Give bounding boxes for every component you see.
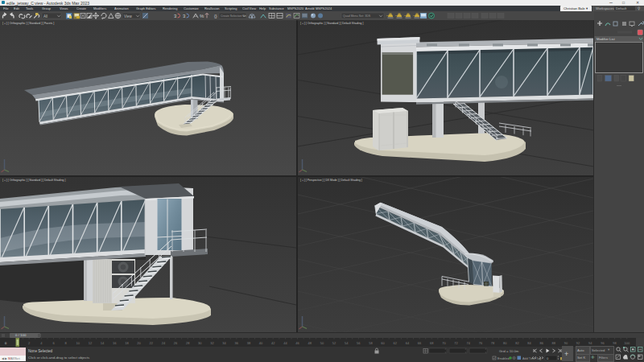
svg-text:92: 92 [576, 341, 580, 345]
svg-text:80: 80 [503, 341, 507, 345]
svg-text:View: View [124, 14, 132, 19]
svg-text:38: 38 [247, 341, 251, 345]
svg-text:14: 14 [101, 341, 105, 345]
svg-text:26: 26 [174, 341, 178, 345]
svg-text:42: 42 [271, 341, 275, 345]
svg-text:78: 78 [491, 341, 495, 345]
svg-text:2: 2 [28, 341, 31, 345]
svg-text:Grid = 10.0m: Grid = 10.0m [499, 349, 519, 353]
svg-text:62: 62 [394, 341, 398, 345]
svg-text:64: 64 [406, 341, 410, 345]
svg-text:44: 44 [283, 341, 287, 345]
svg-text:24: 24 [162, 341, 166, 345]
svg-text:60: 60 [381, 341, 385, 345]
svg-text:88: 88 [552, 341, 556, 345]
svg-text:18: 18 [125, 341, 129, 345]
svg-text:0: 0 [5, 341, 7, 345]
svg-text:28: 28 [186, 341, 190, 345]
svg-text:56: 56 [357, 341, 361, 345]
svg-text:72: 72 [454, 341, 458, 345]
svg-text:{}: {} [214, 14, 217, 19]
svg-text:Create Selection Se: Create Selection Se [221, 14, 246, 18]
svg-text:16: 16 [113, 341, 117, 345]
svg-text:96: 96 [601, 341, 605, 345]
svg-text:52: 52 [332, 341, 336, 345]
svg-text:10: 10 [76, 341, 80, 345]
svg-text:%: % [200, 14, 204, 19]
svg-text:100: 100 [624, 341, 630, 345]
svg-text:58: 58 [369, 341, 373, 345]
svg-text:Modifier List: Modifier List [597, 37, 615, 41]
svg-text:70: 70 [442, 341, 446, 345]
svg-text:12: 12 [89, 341, 93, 345]
svg-text:8: 8 [64, 341, 67, 345]
svg-text:86: 86 [539, 341, 543, 345]
svg-text:20: 20 [137, 341, 141, 345]
svg-text:68: 68 [430, 341, 434, 345]
svg-text:3: 3 [183, 14, 186, 19]
svg-text:Enabled: Enabled [497, 356, 510, 360]
svg-text:6: 6 [52, 341, 55, 345]
svg-text:94: 94 [588, 341, 592, 345]
svg-text:82: 82 [515, 341, 519, 345]
svg-text:66: 66 [418, 341, 422, 345]
svg-text:76: 76 [479, 341, 483, 345]
svg-text:46: 46 [295, 341, 299, 345]
svg-text:54: 54 [345, 341, 349, 345]
svg-text:3: 3 [174, 14, 177, 19]
svg-text:All: All [43, 14, 47, 19]
svg-text:Quad Menu Set: 3DS: Quad Menu Set: 3DS [343, 14, 371, 18]
svg-text:98: 98 [613, 341, 617, 345]
svg-text:4: 4 [40, 341, 43, 345]
svg-text:84: 84 [527, 341, 531, 345]
svg-text:30: 30 [198, 341, 202, 345]
svg-text:50: 50 [320, 341, 324, 345]
svg-text:40: 40 [259, 341, 263, 345]
svg-text:74: 74 [466, 341, 470, 345]
svg-text:90: 90 [564, 341, 568, 345]
svg-text:32: 32 [210, 341, 214, 345]
svg-text:34: 34 [222, 341, 226, 345]
svg-text:48: 48 [308, 341, 312, 345]
svg-text:36: 36 [235, 341, 239, 345]
svg-text:22: 22 [149, 341, 153, 345]
svg-text:Add Time Tag: Add Time Tag [522, 357, 541, 360]
